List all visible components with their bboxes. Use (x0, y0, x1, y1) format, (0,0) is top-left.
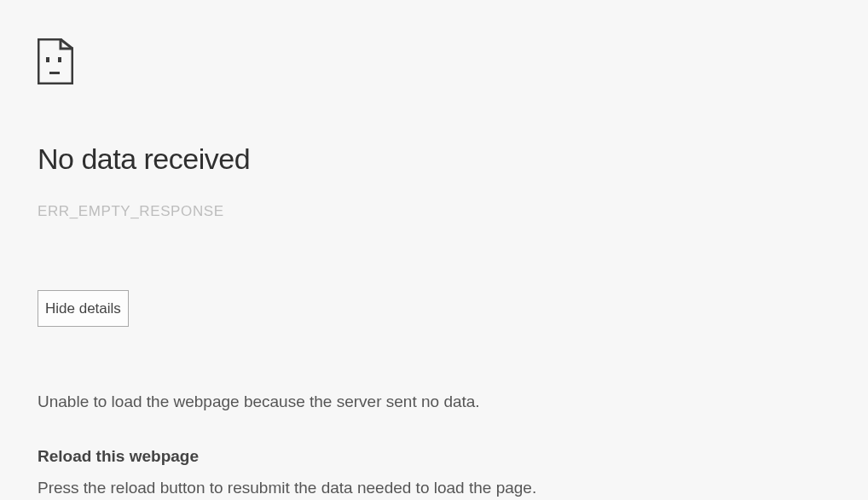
svg-rect-1 (58, 57, 61, 62)
suggestion-body: Press the reload button to resubmit the … (38, 476, 868, 501)
error-details-text: Unable to load the webpage because the s… (38, 390, 868, 415)
svg-rect-2 (49, 72, 60, 74)
svg-rect-0 (46, 57, 49, 62)
error-heading: No data received (38, 142, 868, 176)
sad-page-icon (38, 38, 73, 84)
error-code: ERR_EMPTY_RESPONSE (38, 203, 868, 220)
suggestion-title: Reload this webpage (38, 447, 868, 466)
hide-details-button[interactable]: Hide details (38, 290, 129, 327)
